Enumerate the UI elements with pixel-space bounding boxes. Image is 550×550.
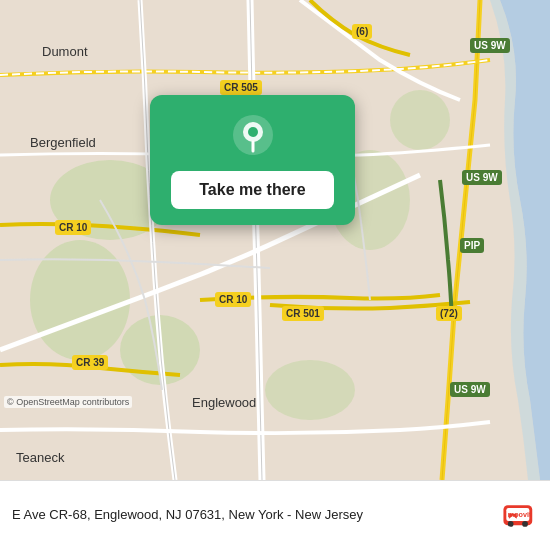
- svg-point-13: [522, 521, 528, 527]
- svg-point-12: [508, 521, 514, 527]
- us9w-mid-badge: US 9W: [462, 170, 502, 185]
- svg-point-6: [265, 360, 355, 420]
- svg-point-2: [30, 240, 130, 360]
- cr10-left-badge: CR 10: [55, 220, 91, 235]
- cr501-badge: CR 501: [282, 306, 324, 321]
- englewood-label: Englewood: [192, 395, 256, 410]
- rt6-badge: (6): [352, 24, 372, 39]
- cr505-badge: CR 505: [220, 80, 262, 95]
- us9w-bot-badge: US 9W: [450, 382, 490, 397]
- svg-text:moovit: moovit: [508, 510, 532, 519]
- moovit-logo-icon: moovit: [502, 498, 538, 534]
- take-me-there-button[interactable]: Take me there: [171, 171, 333, 209]
- svg-point-5: [390, 90, 450, 150]
- popup-card: Take me there: [150, 95, 355, 225]
- location-pin-icon: [231, 113, 275, 157]
- address-text: E Ave CR-68, Englewood, NJ 07631, New Yo…: [12, 506, 490, 524]
- map-container: CR 505 CR 10 CR 10 CR 501 CR 39 US 9W US…: [0, 0, 550, 480]
- copyright-attribution: © OpenStreetMap contributors: [4, 396, 132, 408]
- teaneck-label: Teaneck: [16, 450, 64, 465]
- dumont-label: Dumont: [42, 44, 88, 59]
- moovit-logo: moovit: [502, 498, 538, 534]
- cr10-center-badge: CR 10: [215, 292, 251, 307]
- cr39-badge: CR 39: [72, 355, 108, 370]
- rt72-badge: (72): [436, 306, 462, 321]
- pip-badge: PIP: [460, 238, 484, 253]
- info-bar: E Ave CR-68, Englewood, NJ 07631, New Yo…: [0, 480, 550, 550]
- us9w-top-badge: US 9W: [470, 38, 510, 53]
- svg-point-9: [248, 127, 258, 137]
- bergenfield-label: Bergenfield: [30, 135, 96, 150]
- address-section: E Ave CR-68, Englewood, NJ 07631, New Yo…: [12, 506, 490, 524]
